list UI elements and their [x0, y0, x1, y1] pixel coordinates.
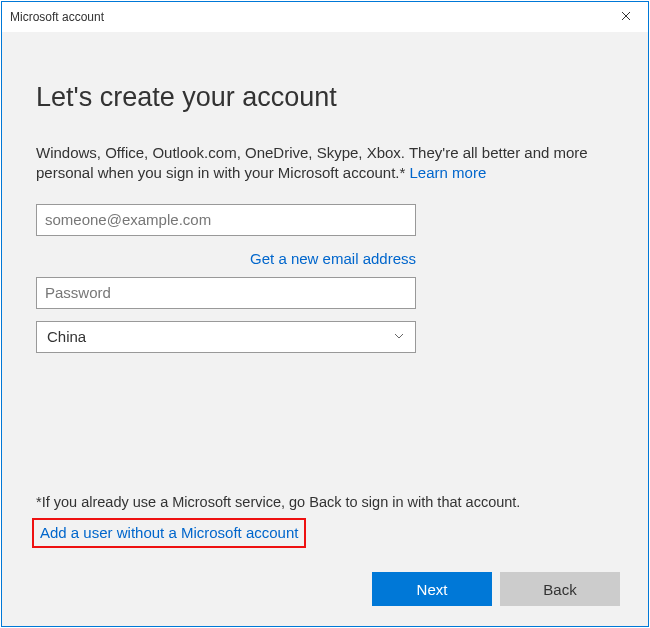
page-title: Let's create your account [36, 82, 614, 113]
next-button[interactable]: Next [372, 572, 492, 606]
intro-body: Windows, Office, Outlook.com, OneDrive, … [36, 144, 588, 181]
button-row: Next Back [372, 572, 620, 606]
add-user-without-account-link[interactable]: Add a user without a Microsoft account [40, 524, 298, 541]
chevron-down-icon [393, 328, 405, 345]
content-area: Let's create your account Windows, Offic… [2, 32, 648, 353]
close-icon [621, 10, 631, 24]
dialog-window: Microsoft account Let's create your acco… [1, 1, 649, 627]
intro-text: Windows, Office, Outlook.com, OneDrive, … [36, 143, 614, 184]
titlebar: Microsoft account [2, 2, 648, 32]
window-title: Microsoft account [10, 10, 104, 24]
form-fields: Get a new email address China [36, 204, 416, 353]
country-select[interactable]: China [36, 321, 416, 353]
close-button[interactable] [603, 2, 648, 32]
email-field[interactable] [36, 204, 416, 236]
get-new-email-link[interactable]: Get a new email address [250, 250, 416, 267]
footnote-text: *If you already use a Microsoft service,… [36, 494, 520, 510]
add-user-highlight: Add a user without a Microsoft account [32, 518, 306, 548]
password-field[interactable] [36, 277, 416, 309]
learn-more-link[interactable]: Learn more [410, 164, 487, 181]
get-new-email-row: Get a new email address [36, 250, 416, 267]
country-selected-value: China [47, 328, 86, 345]
back-button[interactable]: Back [500, 572, 620, 606]
